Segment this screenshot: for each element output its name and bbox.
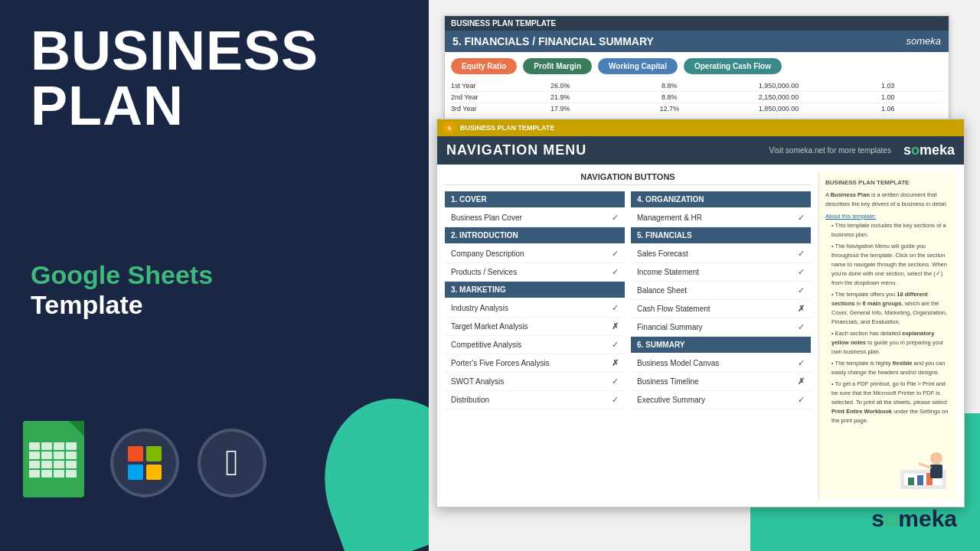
icons-row:  bbox=[23, 421, 266, 505]
section-summary-header: 6. SUMMARY bbox=[631, 337, 811, 353]
pill-working: Working Capital bbox=[598, 58, 678, 74]
desc-about: About this template: bbox=[825, 212, 950, 221]
subtitle-line1: Google Sheets bbox=[31, 260, 213, 290]
svg-rect-6 bbox=[930, 465, 942, 478]
ss-top-label: BUSINESS PLAN TEMPLATE bbox=[445, 16, 949, 31]
nav-description-panel: BUSINESS PLAN TEMPLATE A Business Plan i… bbox=[818, 172, 956, 499]
svg-point-5 bbox=[930, 452, 942, 465]
nav-col-2: 4. ORGANIZATION Management & HR ✓ 5. FIN… bbox=[631, 191, 811, 409]
apple-symbol:  bbox=[225, 445, 239, 481]
item-swot-analysis[interactable]: SWOT Analysis ✓ bbox=[445, 373, 625, 391]
item-business-plan-cover[interactable]: Business Plan Cover ✓ bbox=[445, 209, 625, 227]
nav-top-bar: S BUSINESS PLAN TEMPLATE bbox=[437, 119, 964, 136]
ss-pills: Equity Ratio Profit Margin Working Capit… bbox=[445, 52, 949, 80]
ss-data: 1st Year26.0%8.8%1,950,000.001.03 2nd Ye… bbox=[445, 80, 949, 115]
title-line1: BUSINESS bbox=[31, 20, 318, 81]
ss-section-title: 5. FINANCIALS / FINANCIAL SUMMARY someka bbox=[445, 31, 949, 52]
nav-top-label: BUSINESS PLAN TEMPLATE bbox=[460, 124, 554, 132]
nav-title: NAVIGATION MENU bbox=[446, 142, 586, 158]
item-porters-five-forces[interactable]: Porter's Five Forces Analysis ✗ bbox=[445, 354, 625, 373]
someka-logo: someka bbox=[903, 142, 955, 158]
section-financials-header: 5. FINANCIALS bbox=[631, 227, 811, 243]
character-illustration bbox=[897, 432, 950, 493]
nav-main: NAVIGATION BUTTONS 1. COVER Business Pla… bbox=[445, 172, 811, 499]
nav-buttons-title: NAVIGATION BUTTONS bbox=[445, 172, 811, 185]
nav-content: NAVIGATION BUTTONS 1. COVER Business Pla… bbox=[437, 165, 964, 507]
subtitle-line2: Template bbox=[31, 290, 213, 320]
nav-header: NAVIGATION MENU Visit someka.net for mor… bbox=[437, 136, 964, 165]
svg-line-7 bbox=[920, 464, 930, 468]
nav-header-right: Visit someka.net for more templates bbox=[769, 146, 891, 155]
desc-bullet-3: • The template offers you 18 different s… bbox=[831, 290, 950, 327]
apple-icon:  bbox=[198, 429, 266, 497]
item-income-statement[interactable]: Income Statement ✓ bbox=[631, 263, 811, 282]
item-products-services[interactable]: Products / Services ✓ bbox=[445, 263, 625, 282]
item-distribution[interactable]: Distribution ✓ bbox=[445, 391, 625, 409]
item-business-model-canvas[interactable]: Business Model Canvas ✓ bbox=[631, 354, 811, 373]
desc-bullet-5: • The template is highly flexible and yo… bbox=[831, 359, 950, 377]
item-target-market[interactable]: Target Market Analysis ✗ bbox=[445, 318, 625, 336]
item-management-hr[interactable]: Management & HR ✓ bbox=[631, 209, 811, 227]
subtitle: Google Sheets Template bbox=[31, 260, 213, 320]
desc-title: BUSINESS PLAN TEMPLATE bbox=[825, 178, 950, 187]
nav-col-1: 1. COVER Business Plan Cover ✓ 2. INTROD… bbox=[445, 191, 625, 409]
item-sales-forecast[interactable]: Sales Forecast ✓ bbox=[631, 245, 811, 263]
google-sheets-icon bbox=[23, 421, 92, 505]
item-industry-analysis[interactable]: Industry Analysis ✓ bbox=[445, 299, 625, 318]
pill-equity: Equity Ratio bbox=[451, 58, 517, 74]
item-business-timeline[interactable]: Business Timeline ✗ bbox=[631, 373, 811, 391]
section-marketing-header: 3. MARKETING bbox=[445, 282, 625, 298]
pill-cashflow: Operating Cash Flow bbox=[684, 58, 782, 74]
main-title: BUSINESS PLAN bbox=[31, 23, 318, 133]
nav-columns: 1. COVER Business Plan Cover ✓ 2. INTROD… bbox=[445, 191, 811, 409]
desc-intro: A Business Plan is a written document th… bbox=[825, 191, 950, 209]
section-cover-header: 1. COVER bbox=[445, 191, 625, 207]
spreadsheet-preview: BUSINESS PLAN TEMPLATE 5. FINANCIALS / F… bbox=[444, 15, 949, 126]
item-executive-summary[interactable]: Executive Summary ✓ bbox=[631, 391, 811, 409]
left-panel: BUSINESS PLAN Google Sheets Template bbox=[0, 0, 429, 551]
navigation-menu: S BUSINESS PLAN TEMPLATE NAVIGATION MENU… bbox=[436, 119, 965, 507]
illustration-area bbox=[825, 432, 950, 493]
item-cash-flow[interactable]: Cash Flow Statement ✗ bbox=[631, 300, 811, 318]
windows-icon bbox=[110, 429, 179, 497]
item-competitive-analysis[interactable]: Competitive Analysis ✓ bbox=[445, 336, 625, 354]
desc-bullet-2: • The Navigation Menu will guide you thr… bbox=[831, 242, 950, 288]
title-line2: PLAN bbox=[31, 75, 184, 136]
right-panel: BUSINESS PLAN TEMPLATE 5. FINANCIALS / F… bbox=[429, 0, 980, 551]
section-org-header: 4. ORGANIZATION bbox=[631, 191, 811, 207]
svg-rect-2 bbox=[908, 478, 914, 485]
desc-bullet-6: • To get a PDF printout, go to File > Pr… bbox=[831, 380, 950, 425]
logo-circle: S bbox=[443, 122, 456, 134]
desc-bullet-1: • This template includes the key section… bbox=[831, 221, 950, 240]
section-intro-header: 2. INTRODUCTION bbox=[445, 227, 625, 243]
pill-profit: Profit Margin bbox=[523, 58, 592, 74]
desc-bullet-4: • Each section has detailed explanatory … bbox=[831, 329, 950, 357]
someka-footer: someka bbox=[871, 506, 957, 532]
item-financial-summary[interactable]: Financial Summary ✓ bbox=[631, 318, 811, 337]
item-company-description[interactable]: Company Description ✓ bbox=[445, 245, 625, 263]
svg-rect-3 bbox=[917, 475, 923, 485]
item-balance-sheet[interactable]: Balance Sheet ✓ bbox=[631, 282, 811, 300]
